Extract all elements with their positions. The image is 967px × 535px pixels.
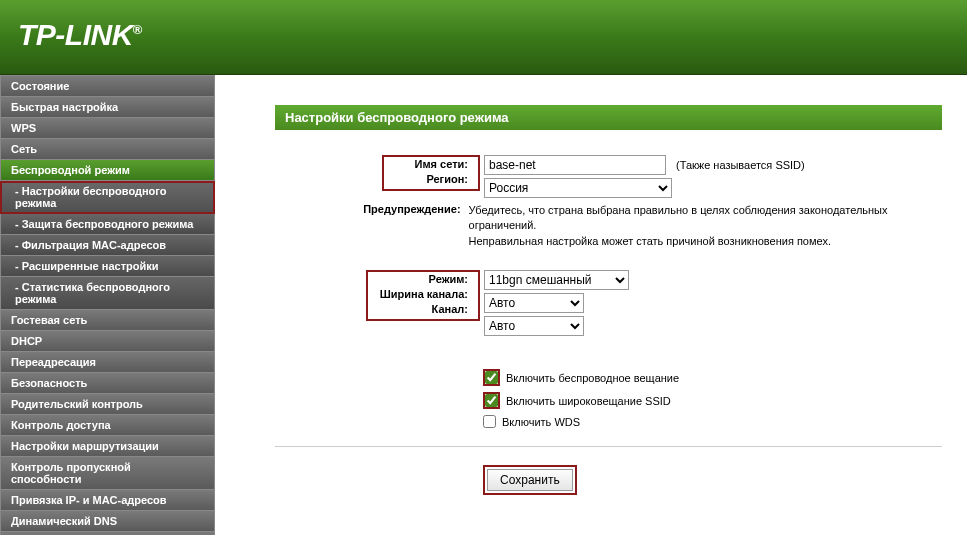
sidebar: СостояниеБыстрая настройкаWPSСетьБеспров… [0, 75, 215, 535]
ssid-hint: (Также называется SSID) [676, 159, 805, 171]
ssid-label: Имя сети: [386, 158, 476, 170]
mode-label: Режим: [370, 273, 476, 285]
cb1-highlight [483, 369, 500, 386]
brand-logo: TP-LINK® [18, 18, 967, 52]
sidebar-item-5[interactable]: - Настройки беспроводного режима [0, 181, 215, 214]
sidebar-item-11[interactable]: DHCP [0, 331, 215, 352]
ssid-input[interactable] [484, 155, 666, 175]
width-select[interactable]: Авто [484, 293, 584, 313]
main-panel: Настройки беспроводного режима Имя сети:… [215, 75, 967, 535]
sidebar-item-19[interactable]: Динамический DNS [0, 511, 215, 532]
sidebar-item-10[interactable]: Гостевая сеть [0, 310, 215, 331]
header: TP-LINK® [0, 0, 967, 75]
cb1-label: Включить беспроводное вещание [506, 372, 679, 384]
width-label: Ширина канала: [370, 288, 476, 300]
sidebar-item-15[interactable]: Контроль доступа [0, 415, 215, 436]
cb2-highlight [483, 392, 500, 409]
sidebar-item-12[interactable]: Переадресация [0, 352, 215, 373]
enable-wireless-checkbox[interactable] [485, 371, 498, 384]
mode-group-label-highlight: Режим: Ширина канала: Канал: [366, 270, 480, 321]
sidebar-item-17[interactable]: Контроль пропускной способности [0, 457, 215, 490]
sidebar-item-4[interactable]: Беспроводной режим [0, 160, 215, 181]
sidebar-item-16[interactable]: Настройки маршрутизации [0, 436, 215, 457]
warning-text: Убедитесь, что страна выбрана правильно … [469, 203, 942, 249]
save-highlight: Сохранить [483, 465, 577, 495]
save-button[interactable]: Сохранить [487, 469, 573, 491]
warning-label: Предупреждение: [275, 203, 469, 215]
sidebar-item-9[interactable]: - Статистика беспроводного режима [0, 277, 215, 310]
region-label: Регион: [386, 173, 476, 185]
cb3-label: Включить WDS [502, 416, 580, 428]
channel-select[interactable]: Авто [484, 316, 584, 336]
sidebar-item-2[interactable]: WPS [0, 118, 215, 139]
cb2-label: Включить широковещание SSID [506, 395, 671, 407]
panel-title: Настройки беспроводного режима [275, 105, 942, 130]
enable-wds-checkbox[interactable] [483, 415, 496, 428]
enable-ssid-broadcast-checkbox[interactable] [485, 394, 498, 407]
sidebar-item-0[interactable]: Состояние [0, 75, 215, 97]
sidebar-item-8[interactable]: - Расширенные настройки [0, 256, 215, 277]
sidebar-item-18[interactable]: Привязка IP- и MAC-адресов [0, 490, 215, 511]
sidebar-item-6[interactable]: - Защита беспроводного режима [0, 214, 215, 235]
ssid-region-label-highlight: Имя сети: Регион: [382, 155, 480, 191]
sidebar-item-7[interactable]: - Фильтрация MAC-адресов [0, 235, 215, 256]
sidebar-item-13[interactable]: Безопасность [0, 373, 215, 394]
sidebar-item-14[interactable]: Родительский контроль [0, 394, 215, 415]
mode-select[interactable]: 11bgn смешанный [484, 270, 629, 290]
sidebar-item-3[interactable]: Сеть [0, 139, 215, 160]
region-select[interactable]: Россия [484, 178, 672, 198]
sidebar-item-1[interactable]: Быстрая настройка [0, 97, 215, 118]
divider [275, 446, 942, 447]
channel-label: Канал: [370, 303, 476, 315]
